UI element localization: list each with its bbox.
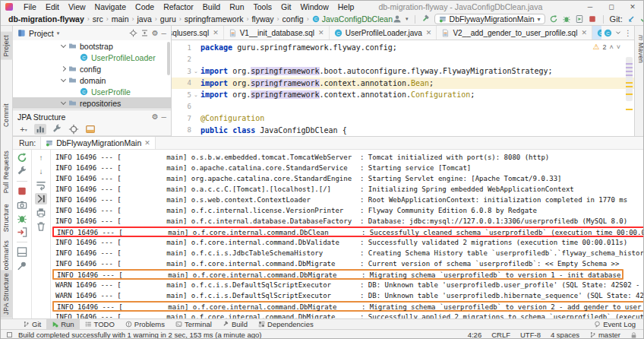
down-stacktrace-icon[interactable]: ↓	[35, 166, 47, 177]
toolwindow-button-git[interactable]: Git	[17, 319, 46, 329]
close-button[interactable]: ✕	[622, 1, 643, 13]
toolwindow-button-problems[interactable]: Problems	[120, 319, 170, 329]
coverage-button[interactable]	[575, 14, 584, 24]
project-panel-title[interactable]: Project	[29, 29, 54, 38]
breadcrumb-item[interactable]: java	[137, 14, 152, 24]
code-line[interactable]: 4import org.springframework.context.anno…	[172, 78, 634, 90]
tree-item-userprofileloader[interactable]: CUserProfileLoader	[13, 52, 171, 63]
build-hammer-icon[interactable]	[421, 14, 431, 24]
thread-dump-icon[interactable]	[16, 199, 28, 211]
menu-item-edit[interactable]: Edit	[41, 2, 64, 11]
close-icon[interactable]: ✕	[581, 29, 587, 36]
clear-console-icon[interactable]	[35, 220, 47, 232]
pin-icon[interactable]	[16, 260, 28, 271]
soft-wrap-icon[interactable]	[35, 179, 47, 191]
up-stacktrace-icon[interactable]: ↑	[35, 152, 47, 163]
editor-tab-userprofileloader.java[interactable]: CUserProfileLoader.java✕	[330, 26, 437, 40]
tree-scrollbar[interactable]	[167, 42, 170, 75]
code-line[interactable]: 8public class JavaConfigDbClean {	[172, 125, 634, 137]
git-commit-icon[interactable]	[639, 14, 644, 24]
lock-icon[interactable]	[630, 331, 637, 339]
menu-item-build[interactable]: Build	[198, 2, 225, 11]
scroll-to-end-icon[interactable]	[35, 193, 47, 204]
tree-item-bootstrap[interactable]: bootstrap	[13, 40, 171, 52]
toolwindow-button-pull-requests[interactable]: Pull Requests	[1, 147, 13, 196]
breadcrumb-item[interactable]: src	[93, 14, 103, 24]
wrench-icon[interactable]	[51, 124, 63, 135]
db-console-icon[interactable]	[84, 124, 96, 135]
menu-item-file[interactable]: File	[19, 2, 41, 11]
next-warning-icon[interactable]: ˅	[617, 43, 620, 51]
code-line[interactable]: 3⌄import org.springframework.boot.autoco…	[172, 65, 634, 78]
git-update-icon[interactable]	[627, 14, 636, 24]
jpa-structure-title[interactable]: JPA Structure	[17, 112, 65, 122]
editor-tab-javaconfigdbclean.java[interactable]: CJavaConfigDbClean.java✕	[592, 26, 601, 40]
indent-size[interactable]: 4 spaces	[551, 331, 579, 339]
code-line[interactable]: 5⌄import org.springframework.context.ann…	[172, 89, 634, 101]
stop-button[interactable]	[16, 185, 28, 197]
breadcrumb-item[interactable]: guru	[160, 14, 176, 24]
code-line[interactable]: 1package guru.springframework.flyway.con…	[172, 42, 634, 54]
toolwindow-button-build[interactable]: Build	[217, 319, 253, 329]
editor-tab-v2__add_gender_to_user_profile.sql[interactable]: V2__add_gender_to_user_profile.sql✕	[437, 26, 592, 40]
locate-file-icon[interactable]	[129, 29, 137, 37]
menu-item-navigate[interactable]: Navigate	[90, 2, 131, 11]
close-icon[interactable]: ✕	[426, 29, 432, 36]
code-line[interactable]: 2	[172, 54, 634, 66]
stop-button[interactable]	[588, 14, 597, 24]
tree-item-config[interactable]: config	[13, 63, 171, 74]
toolwindow-button-dependencies[interactable]: Dependencies	[253, 319, 319, 329]
run-button[interactable]	[549, 14, 558, 24]
exit-icon[interactable]	[16, 227, 28, 238]
breadcrumb-item[interactable]: springframework	[185, 14, 244, 24]
user-icon[interactable]	[393, 14, 402, 24]
chevron-down-icon[interactable]	[614, 29, 622, 36]
target-icon[interactable]	[68, 124, 80, 135]
gear-icon[interactable]: ⚙	[152, 112, 159, 121]
breadcrumb-item[interactable]: flyway	[251, 14, 273, 24]
caret-position[interactable]: 4:26	[468, 331, 482, 339]
maximize-button[interactable]: ◻	[601, 1, 622, 13]
close-icon[interactable]: ✕	[318, 29, 324, 36]
code-line[interactable]: 7@Configuration	[172, 112, 634, 125]
line-ending[interactable]: CRLF	[491, 331, 510, 339]
hide-panel-icon[interactable]: ─	[162, 113, 166, 121]
menu-item-tools[interactable]: Tools	[248, 2, 276, 11]
menu-item-window[interactable]: Window	[295, 2, 333, 11]
breadcrumb-item[interactable]: main	[112, 14, 129, 24]
diagram-bars-icon[interactable]	[34, 124, 46, 135]
edit-configuration-icon[interactable]	[16, 166, 28, 177]
chevron-down-icon[interactable]: ▾	[57, 30, 60, 36]
rerun-button[interactable]	[16, 152, 28, 163]
maven-toolwindow-button[interactable]: m Maven	[634, 32, 644, 66]
code-editor[interactable]: 1package guru.springframework.flyway.con…	[172, 40, 634, 136]
toolwindow-button-structure[interactable]: Structure	[1, 201, 13, 235]
gear-icon[interactable]: ⚙	[152, 29, 159, 37]
breadcrumb-item[interactable]: config	[283, 14, 304, 24]
menu-item-help[interactable]: Help	[333, 2, 359, 11]
menu-item-run[interactable]: Run	[225, 2, 248, 11]
editor-tab-mysqlusers.sql[interactable]: mysqlusers.sql✕	[172, 26, 224, 40]
breadcrumb-item[interactable]: db-migration-flyway	[8, 14, 84, 24]
toolwindow-button-run[interactable]: Run	[46, 319, 79, 329]
minimize-button[interactable]: ─	[579, 1, 601, 13]
toolwindow-button-commit[interactable]: Commit	[1, 100, 13, 130]
error-stripe[interactable]	[624, 40, 634, 136]
inspection-widget[interactable]: ⚠ 2 ˄ ˅	[592, 43, 620, 51]
menu-item-view[interactable]: View	[64, 2, 90, 11]
event-log-button[interactable]: Event Log	[594, 320, 643, 328]
add-icon[interactable]: +▾	[17, 124, 30, 135]
debug-button[interactable]	[562, 14, 571, 24]
print-icon[interactable]	[35, 207, 47, 218]
menu-item-refactor[interactable]: Refactor	[159, 2, 198, 11]
toolwindow-button-project[interactable]: Project	[1, 32, 13, 60]
tab-options-icon[interactable]: ⋮	[624, 29, 632, 37]
tree-item-repositories[interactable]: repositories	[13, 97, 171, 109]
toolwindow-switcher-icon[interactable]	[7, 332, 12, 337]
file-encoding[interactable]: UTF-8	[520, 331, 541, 339]
toolwindow-button-todo[interactable]: TODO	[80, 319, 120, 329]
hidden-tab-class-icon[interactable]: C	[604, 29, 612, 37]
close-icon[interactable]: ✕	[144, 139, 150, 147]
run-config-select[interactable]: DbFlywayMigrationMain ▾	[434, 14, 545, 24]
code-line[interactable]: 6	[172, 101, 634, 113]
